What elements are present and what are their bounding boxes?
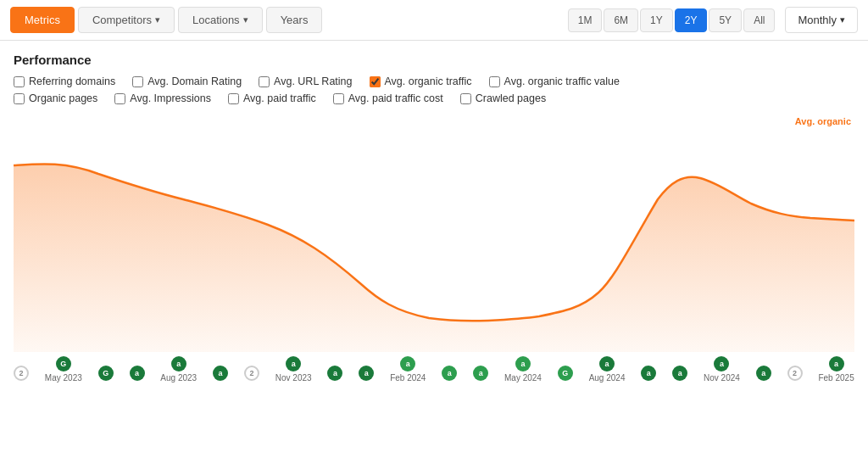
x-tick[interactable]: 2 (244, 366, 259, 383)
x-tick[interactable]: a (130, 366, 145, 383)
checkbox-url-rating-input[interactable] (259, 76, 270, 87)
x-tick[interactable]: aNov 2023 (275, 356, 312, 383)
checkbox-impressions[interactable]: Avg. Impressions (114, 92, 211, 104)
x-month-label: Nov 2024 (704, 373, 740, 383)
x-dot: a (473, 366, 488, 381)
checkbox-domain-rating-label: Avg. Domain Rating (147, 75, 242, 87)
x-dot: a (213, 366, 228, 381)
time-6m[interactable]: 6M (604, 8, 638, 32)
checkbox-referring-domains-input[interactable] (14, 76, 25, 87)
checkbox-paid-traffic-cost-label: Avg. paid traffic cost (348, 92, 443, 104)
x-dot: a (171, 356, 186, 371)
tab-competitors[interactable]: Competitors (78, 7, 175, 33)
checkbox-organic-pages-input[interactable] (14, 93, 25, 104)
checkbox-organic-traffic-value-input[interactable] (489, 76, 500, 87)
x-tick[interactable]: aAug 2023 (160, 356, 197, 383)
x-dot: a (641, 366, 656, 381)
x-axis-inner: 2GMay 2023GaaAug 2023a2aNov 2023aaaFeb 2… (14, 356, 854, 383)
x-tick[interactable]: G (558, 366, 573, 383)
x-month-label: Feb 2025 (818, 373, 854, 383)
x-dot: a (515, 356, 531, 371)
checkbox-organic-traffic-input[interactable] (370, 76, 381, 87)
tab-metrics[interactable]: Metrics (10, 7, 75, 33)
checkbox-impressions-input[interactable] (114, 93, 125, 104)
checkbox-referring-domains[interactable]: Referring domains (14, 75, 115, 87)
x-dot: 2 (244, 366, 259, 381)
x-dot: a (829, 356, 844, 371)
x-dot: G (98, 366, 114, 381)
checkbox-paid-traffic-label: Avg. paid traffic (243, 92, 316, 104)
x-axis: 2GMay 2023GaaAug 2023a2aNov 2023aaaFeb 2… (14, 352, 854, 386)
x-tick[interactable]: aFeb 2024 (390, 356, 426, 383)
x-month-label: May 2024 (504, 373, 542, 383)
checkbox-organic-traffic-label: Avg. organic traffic (385, 75, 472, 87)
checkbox-referring-domains-label: Referring domains (29, 75, 115, 87)
checkbox-crawled-pages[interactable]: Crawled pages (460, 92, 546, 104)
time-1m[interactable]: 1M (568, 8, 603, 32)
x-dot: a (327, 366, 342, 381)
time-1y[interactable]: 1Y (640, 8, 673, 32)
x-tick[interactable]: aMay 2024 (504, 356, 542, 383)
tab-years[interactable]: Years (266, 7, 323, 33)
x-tick[interactable]: a (641, 366, 656, 383)
x-dot: 2 (787, 366, 803, 381)
x-tick[interactable]: a (327, 366, 342, 383)
checkbox-organic-traffic[interactable]: Avg. organic traffic (370, 75, 472, 87)
checkbox-domain-rating-input[interactable] (132, 76, 143, 87)
checkbox-row-2: Organic pages Avg. Impressions Avg. paid… (14, 92, 854, 104)
checkbox-paid-traffic[interactable]: Avg. paid traffic (228, 92, 316, 104)
x-tick[interactable]: G (98, 366, 114, 383)
toolbar: Metrics Competitors Locations Years 1M 6… (0, 0, 868, 41)
x-tick[interactable]: 2 (787, 366, 803, 383)
checkbox-organic-pages-label: Organic pages (29, 92, 97, 104)
x-dot: a (130, 366, 145, 381)
x-month-label: Aug 2023 (160, 373, 197, 383)
x-tick[interactable]: GMay 2023 (45, 356, 82, 383)
checkbox-rows: Referring domains Avg. Domain Rating Avg… (14, 75, 854, 104)
x-tick[interactable]: aFeb 2025 (818, 356, 854, 383)
checkbox-organic-traffic-value[interactable]: Avg. organic traffic value (489, 75, 620, 87)
x-month-label: Feb 2024 (390, 373, 426, 383)
time-buttons: 1M 6M 1Y 2Y 5Y All (568, 8, 776, 32)
x-month-label: May 2023 (45, 373, 82, 383)
x-tick[interactable]: a (442, 366, 457, 383)
chart-series-label: Avg. organic (795, 116, 851, 126)
time-5y[interactable]: 5Y (709, 8, 742, 32)
checkbox-url-rating-label: Avg. URL Rating (274, 75, 352, 87)
checkbox-organic-traffic-value-label: Avg. organic traffic value (504, 75, 620, 87)
checkbox-domain-rating[interactable]: Avg. Domain Rating (132, 75, 242, 87)
x-tick[interactable]: aNov 2024 (704, 356, 740, 383)
checkbox-paid-traffic-cost-input[interactable] (333, 93, 344, 104)
x-tick[interactable]: a (213, 366, 228, 383)
x-month-label: Aug 2024 (589, 373, 626, 383)
checkbox-paid-traffic-input[interactable] (228, 93, 239, 104)
x-month-label: Nov 2023 (275, 373, 312, 383)
x-dot: a (359, 366, 374, 381)
x-tick[interactable]: a (756, 366, 771, 383)
checkbox-paid-traffic-cost[interactable]: Avg. paid traffic cost (333, 92, 443, 104)
x-tick[interactable]: aAug 2024 (589, 356, 626, 383)
x-tick[interactable]: 2 (14, 366, 29, 383)
x-tick[interactable]: a (672, 366, 687, 383)
x-tick[interactable]: a (359, 366, 374, 383)
period-dropdown[interactable]: Monthly (785, 7, 858, 33)
chart-area: Avg. organic 2GMay 2023GaaAug 2023a2aNov… (14, 114, 854, 386)
tab-locations[interactable]: Locations (178, 7, 263, 33)
checkbox-impressions-label: Avg. Impressions (130, 92, 211, 104)
x-dot: a (756, 366, 771, 381)
checkbox-organic-pages[interactable]: Organic pages (14, 92, 97, 104)
chart-svg (14, 114, 854, 352)
x-dot: a (599, 356, 615, 371)
x-dot: a (442, 366, 457, 381)
time-2y[interactable]: 2Y (675, 8, 708, 32)
performance-title: Performance (14, 53, 854, 67)
checkbox-crawled-pages-input[interactable] (460, 93, 471, 104)
content-area: Performance Referring domains Avg. Domai… (0, 41, 868, 386)
x-dot: a (672, 366, 687, 381)
time-all[interactable]: All (743, 8, 775, 32)
checkbox-crawled-pages-label: Crawled pages (476, 92, 546, 104)
checkbox-url-rating[interactable]: Avg. URL Rating (259, 75, 352, 87)
x-dot: a (714, 356, 729, 371)
x-tick[interactable]: a (473, 366, 488, 383)
x-dot: G (56, 356, 71, 371)
